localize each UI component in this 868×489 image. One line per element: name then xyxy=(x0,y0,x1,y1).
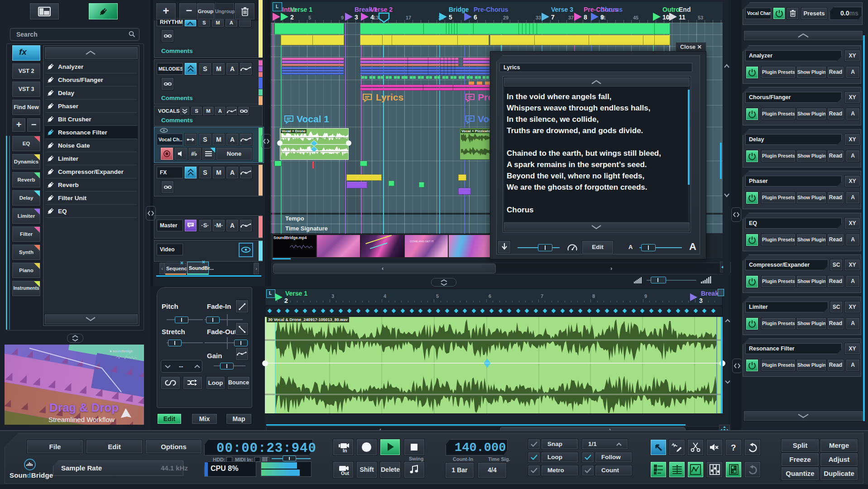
svg-text:x: x xyxy=(715,445,718,450)
